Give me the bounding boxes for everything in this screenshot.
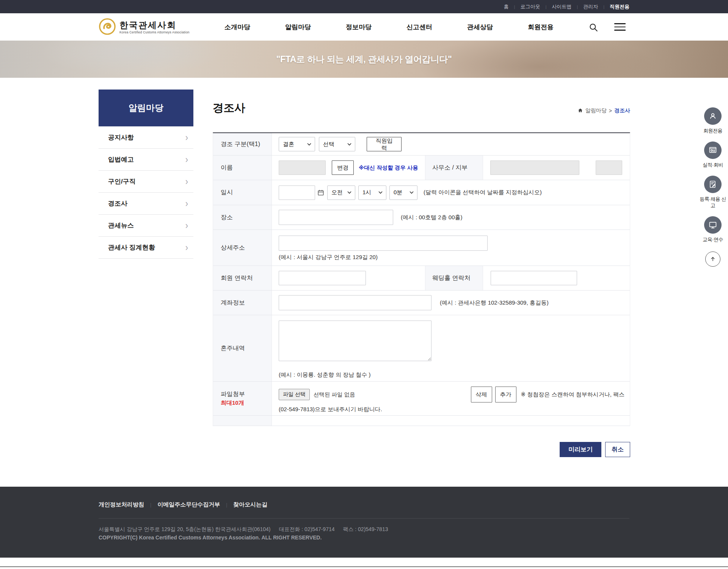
nav-item-report[interactable]: 신고센터	[406, 23, 432, 31]
file-select-button[interactable]: 파일 선택	[279, 389, 310, 400]
event-subtype-select[interactable]: 선택	[319, 137, 355, 151]
chevron-down-icon	[347, 143, 351, 146]
divider: |	[577, 5, 578, 9]
account-hint: (예시 : 관세사은행 102-32589-309, 홍길동)	[440, 299, 549, 307]
footer-link-directions[interactable]: 찾아오시는길	[233, 501, 267, 508]
nav-item-consult[interactable]: 관세상담	[467, 23, 493, 31]
field-label-member-contact: 회원 연락처	[213, 266, 272, 290]
divider: |	[603, 5, 604, 9]
wedding-contact-input[interactable]	[491, 271, 577, 285]
sidebar-item-customs-news[interactable]: 관세뉴스 ›	[99, 215, 193, 237]
event-type-select[interactable]: 결혼	[279, 137, 315, 151]
address-input[interactable]	[279, 236, 488, 251]
quick-item-label: 실적·회비	[699, 162, 726, 168]
calendar-icon[interactable]	[317, 189, 324, 196]
date-input[interactable]	[279, 185, 315, 200]
delete-file-button[interactable]: 삭제	[471, 387, 492, 402]
header: 한국관세사회 Korea Certified Customs Attorneys…	[0, 13, 728, 41]
minute-select[interactable]: 0분	[389, 185, 417, 200]
breadcrumb-section[interactable]: 알림마당	[585, 107, 607, 114]
branch-input[interactable]	[596, 160, 622, 175]
name-input[interactable]	[279, 160, 326, 175]
utility-bar: 홈 | 로그아웃 | 사이트맵 | 관리자 | 직원전용	[0, 0, 728, 13]
quick-item-education[interactable]: 교육·연수	[699, 216, 726, 243]
field-label-name: 이름	[213, 156, 272, 180]
nav-item-members[interactable]: 회원전용	[528, 23, 554, 31]
sidebar-item-family-events[interactable]: 경조사 ›	[99, 193, 193, 215]
user-icon	[704, 107, 722, 125]
place-hint: (예시 : 00호텔 2층 00홀)	[401, 214, 463, 221]
footer-address: 서울특별시 강남구 언주로 129길 20, 5층(논현동) 한국관세사회관(0…	[99, 526, 271, 532]
office-input[interactable]	[490, 160, 579, 175]
chevron-right-icon: ›	[185, 220, 188, 231]
search-icon[interactable]	[588, 22, 598, 32]
arrow-up-icon	[709, 256, 716, 262]
quick-item-performance-fees[interactable]: 실적·회비	[699, 141, 726, 168]
sidebar-item-label: 입법예고	[108, 155, 134, 164]
topbar-link-home[interactable]: 홈	[504, 3, 509, 10]
attachment-notice-line2: (02-549-7813)으로 보내주시기 바랍니다.	[279, 406, 382, 413]
topbar-link-staff[interactable]: 직원전용	[610, 3, 629, 10]
footer-link-privacy[interactable]: 개인정보처리방침	[99, 501, 144, 508]
datetime-hint: (달력 아이콘을 선택하여 날짜를 지정하십시오)	[424, 189, 542, 196]
sidebar-list: 공지사항 › 입법예고 › 구인/구직 › 경조사 › 관세뉴스 ›	[99, 126, 193, 259]
chevron-right-icon: ›	[185, 198, 188, 209]
empty-label-cell	[213, 416, 272, 426]
chevron-right-icon: ›	[185, 242, 188, 253]
content: 경조사 알림마당 > 경조사 경조 구분(택1) 결혼	[213, 78, 630, 487]
hosts-hint: (예시 : 이몽룡. 성춘향 의 장남 철수 )	[279, 371, 371, 379]
menu-icon[interactable]	[614, 23, 626, 31]
event-subtype-value: 선택	[323, 141, 334, 148]
field-label-attachment: 파일첨부 최대10개	[213, 382, 272, 415]
bottom-spacer	[0, 558, 728, 566]
place-input[interactable]	[279, 210, 393, 225]
account-input[interactable]	[279, 295, 431, 310]
document-edit-icon	[704, 176, 722, 193]
sidebar-item-discipline[interactable]: 관세사 징계현황 ›	[99, 237, 193, 259]
footer-address-block: 서울특별시 강남구 언주로 129길 20, 5층(논현동) 한국관세사회관(0…	[99, 525, 629, 542]
change-name-button[interactable]: 변경	[332, 160, 354, 175]
staff-input-button[interactable]: 직원입력	[367, 137, 402, 151]
quick-item-registration[interactable]: 등록·채용 신고	[699, 176, 726, 209]
logo-title: 한국관세사회	[119, 20, 190, 30]
divider: |	[545, 5, 546, 9]
footer-link-email-policy[interactable]: 이메일주소무단수집거부	[157, 501, 220, 508]
scroll-to-top-button[interactable]	[705, 251, 720, 267]
logo[interactable]: 한국관세사회 Korea Certified Customs Attorneys…	[99, 18, 190, 37]
attachment-notice-line1: ※ 청첩장은 스캔하여 첨부하시거나, 팩스	[521, 391, 624, 398]
preview-button[interactable]: 미리보기	[560, 442, 601, 457]
field-label-wedding-contact: 웨딩홀 연락처	[425, 266, 483, 290]
chevron-right-icon: ›	[185, 154, 188, 165]
divider: |	[150, 502, 151, 508]
page: 홈 | 로그아웃 | 사이트맵 | 관리자 | 직원전용 한국관세사회 Kore…	[0, 0, 728, 569]
sidebar-item-jobs[interactable]: 구인/구직 ›	[99, 171, 193, 193]
sidebar-item-label: 공지사항	[108, 133, 134, 142]
ampm-select[interactable]: 오전	[327, 185, 355, 200]
sidebar-item-notice[interactable]: 공지사항 ›	[99, 127, 193, 149]
add-file-button[interactable]: 추가	[495, 387, 516, 402]
chevron-down-icon	[378, 191, 383, 194]
member-contact-input[interactable]	[279, 271, 366, 285]
footer-fax: 팩스 : 02)549-7813	[343, 526, 388, 532]
home-icon[interactable]	[577, 108, 583, 114]
ampm-value: 오전	[331, 189, 343, 196]
cancel-button[interactable]: 취소	[605, 442, 630, 457]
hosts-textarea[interactable]	[279, 321, 431, 361]
sidebar-item-legislation[interactable]: 입법예고 ›	[99, 149, 193, 171]
quick-item-members[interactable]: 회원전용	[699, 107, 726, 134]
event-type-value: 결혼	[283, 141, 294, 148]
event-form-table: 경조 구분(택1) 결혼 선택 직원입력	[213, 132, 630, 426]
minute-value: 0분	[394, 189, 402, 196]
topbar-link-logout[interactable]: 로그아웃	[520, 3, 540, 10]
chevron-down-icon	[410, 191, 414, 194]
hour-select[interactable]: 1시	[358, 185, 386, 200]
topbar-link-sitemap[interactable]: 사이트맵	[552, 3, 571, 10]
empty-value-cell	[272, 416, 630, 426]
nav-item-notice[interactable]: 알림마당	[285, 23, 311, 31]
topbar-link-admin[interactable]: 관리자	[583, 3, 598, 10]
quick-item-label: 회원전용	[699, 128, 726, 134]
nav-item-info[interactable]: 정보마당	[346, 23, 372, 31]
nav-item-intro[interactable]: 소개마당	[224, 23, 250, 31]
page-bottom-divider	[0, 566, 728, 567]
chevron-down-icon	[347, 191, 351, 194]
